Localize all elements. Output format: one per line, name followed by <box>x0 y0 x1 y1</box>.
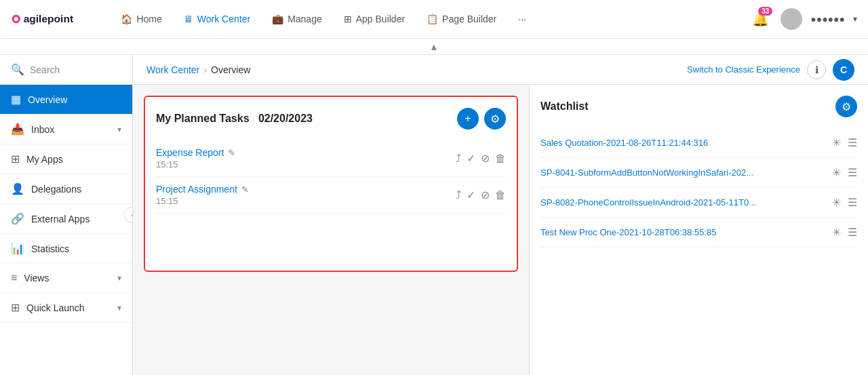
quicklaunch-expand-icon: ▾ <box>117 303 121 313</box>
home-icon: 🏠 <box>121 14 132 24</box>
delete-task-icon[interactable]: 🗑 <box>495 153 506 165</box>
sidebar-item-statistics[interactable]: 📊 Statistics <box>0 234 132 264</box>
content-area: Work Center › Overview Switch to Classic… <box>133 55 868 375</box>
add-task-button[interactable]: + <box>457 108 479 130</box>
watchlist-header: Watchlist ⚙ <box>540 96 857 117</box>
task-card: My Planned Tasks 02/20/2023 + ⚙ <box>144 96 518 272</box>
info-button[interactable]: ℹ <box>807 60 826 79</box>
breadcrumb-separator: › <box>203 64 207 75</box>
user-menu-chevron-icon[interactable]: ▾ <box>853 14 857 24</box>
nav-pagebuilder[interactable]: 📋 Page Builder <box>417 8 506 30</box>
nav-appbuilder[interactable]: ⊞ App Builder <box>334 8 414 30</box>
nav-home-label: Home <box>136 14 161 24</box>
watchlist-item-name[interactable]: SP-8082-PhoneControlIssueInAndroid-2021-… <box>540 197 832 208</box>
views-expand-icon: ▾ <box>117 273 121 283</box>
nav-workcenter[interactable]: 🖥 Work Center <box>174 8 260 30</box>
open-task-icon[interactable]: ⤴ <box>456 153 461 165</box>
pagebuilder-icon: 📋 <box>427 14 438 24</box>
task-title-text: My Planned Tasks <box>156 113 250 124</box>
inbox-icon: 📥 <box>11 123 24 136</box>
watchlist-settings-icon[interactable]: ✳ <box>832 136 841 149</box>
task-info: Expense Report ✎ 15:15 <box>156 147 235 170</box>
notification-badge: 33 <box>758 7 772 16</box>
watchlist-menu-icon[interactable]: ☰ <box>848 226 857 239</box>
reject-task-icon[interactable]: ⊘ <box>481 152 490 165</box>
watchlist-item-name[interactable]: Test New Proc One-2021-10-28T06:38:55:85 <box>540 227 832 237</box>
statistics-icon: 📊 <box>11 242 24 255</box>
task-name[interactable]: Expense Report ✎ <box>156 147 235 158</box>
switch-classic-link[interactable]: Switch to Classic Experience <box>687 63 800 76</box>
list-item: SP-8041-SubformAddButtonNotWorkingInSafa… <box>540 158 857 188</box>
sidebar-item-delegations[interactable]: 👤 Delegations <box>0 174 132 204</box>
sidebar-item-inbox[interactable]: 📥 Inbox ▾ <box>0 115 132 144</box>
watchlist-menu-icon[interactable]: ☰ <box>848 136 857 149</box>
sidebar-item-inbox-label: Inbox <box>31 124 54 135</box>
watchlist-item-actions: ✳ ☰ <box>832 166 857 179</box>
breadcrumb-current: Overview <box>211 64 250 75</box>
workcenter-icon: 🖥 <box>184 14 193 24</box>
watchlist-item-name[interactable]: Sales Quotation-2021-08-26T11:21:44:316 <box>540 138 832 148</box>
task-name-label: Project Assignment <box>156 184 237 195</box>
list-item: Test New Proc One-2021-10-28T06:38:55:85… <box>540 218 857 248</box>
watchlist-menu-icon[interactable]: ☰ <box>848 196 857 209</box>
watchlist-settings-icon[interactable]: ✳ <box>832 166 841 179</box>
table-row: Expense Report ✎ 15:15 ⤴ ✓ ⊘ 🗑 <box>156 140 506 177</box>
sidebar-item-myapps[interactable]: ⊞ My Apps <box>0 144 132 174</box>
task-card-header: My Planned Tasks 02/20/2023 + ⚙ <box>156 108 506 130</box>
sidebar-item-overview[interactable]: ▦ Overview <box>0 85 132 115</box>
watchlist-menu-icon[interactable]: ☰ <box>848 166 857 179</box>
delegations-icon: 👤 <box>11 182 24 195</box>
sidebar-item-myapps-label: My Apps <box>26 154 63 165</box>
approve-task-icon[interactable]: ✓ <box>467 152 475 165</box>
edit-task-icon[interactable]: ✎ <box>228 148 235 158</box>
search-label: Search <box>30 64 60 75</box>
appbuilder-icon: ⊞ <box>344 14 352 24</box>
task-time: 15:15 <box>156 159 235 170</box>
sidebar-item-externalapps[interactable]: 🔗 External Apps <box>0 204 132 234</box>
sidebar-item-quicklaunch[interactable]: ⊞ Quick Launch ▾ <box>0 293 132 323</box>
main-layout: 🔍 Search ▦ Overview 📥 Inbox ▾ ⊞ My Apps … <box>0 55 868 375</box>
delete-task-icon[interactable]: 🗑 <box>495 189 506 201</box>
myapps-icon: ⊞ <box>11 153 20 165</box>
sidebar-search[interactable]: 🔍 Search <box>0 55 132 85</box>
nav-home[interactable]: 🏠 Home <box>111 8 171 30</box>
open-task-icon[interactable]: ⤴ <box>456 189 461 201</box>
tasks-panel: My Planned Tasks 02/20/2023 + ⚙ <box>133 85 529 375</box>
overview-icon: ▦ <box>11 93 21 106</box>
task-card-title: My Planned Tasks 02/20/2023 <box>156 113 313 125</box>
search-icon: 🔍 <box>11 63 24 76</box>
list-item: Sales Quotation-2021-08-26T11:21:44:316 … <box>540 128 857 158</box>
nav-appbuilder-label: App Builder <box>356 14 405 24</box>
nav-pagebuilder-label: Page Builder <box>442 14 496 24</box>
svg-point-1 <box>14 17 18 21</box>
watchlist-settings-icon[interactable]: ✳ <box>832 226 841 239</box>
task-settings-button[interactable]: ⚙ <box>484 108 506 130</box>
sidebar-item-delegations-label: Delegations <box>31 184 81 195</box>
nav-more[interactable]: ··· <box>509 8 536 30</box>
nav-workcenter-label: Work Center <box>197 14 250 24</box>
user-circle-avatar[interactable]: C <box>833 59 854 81</box>
logo[interactable]: agilepoint <box>11 9 95 28</box>
task-row-actions: ⤴ ✓ ⊘ 🗑 <box>456 189 506 201</box>
task-name[interactable]: Project Assignment ✎ <box>156 184 249 195</box>
nav-menu: 🏠 Home 🖥 Work Center 💼 Manage ⊞ App Buil… <box>111 8 748 30</box>
watchlist-settings-button[interactable]: ⚙ <box>835 96 857 117</box>
reject-task-icon[interactable]: ⊘ <box>481 189 490 201</box>
watchlist-title: Watchlist <box>540 100 589 113</box>
externalapps-icon: 🔗 <box>11 212 24 225</box>
notification-button[interactable]: 🔔 33 <box>748 7 772 31</box>
sidebar-item-views[interactable]: ≡ Views ▾ <box>0 264 132 293</box>
top-navigation: agilepoint 🏠 Home 🖥 Work Center 💼 Manage… <box>0 0 868 39</box>
task-card-actions: + ⚙ <box>457 108 506 130</box>
sidebar-item-externalapps-label: External Apps <box>31 214 90 224</box>
breadcrumb-parent[interactable]: Work Center <box>146 64 199 75</box>
watchlist-item-actions: ✳ ☰ <box>832 136 857 149</box>
collapse-arrow-icon[interactable]: ▲ <box>429 41 439 52</box>
watchlist-settings-icon[interactable]: ✳ <box>832 196 841 209</box>
nav-manage[interactable]: 💼 Manage <box>262 8 332 30</box>
sidebar-item-views-label: Views <box>24 273 49 283</box>
watchlist-item-name[interactable]: SP-8041-SubformAddButtonNotWorkingInSafa… <box>540 167 832 178</box>
edit-task-icon[interactable]: ✎ <box>241 184 249 195</box>
approve-task-icon[interactable]: ✓ <box>467 189 475 201</box>
manage-icon: 💼 <box>272 14 283 24</box>
